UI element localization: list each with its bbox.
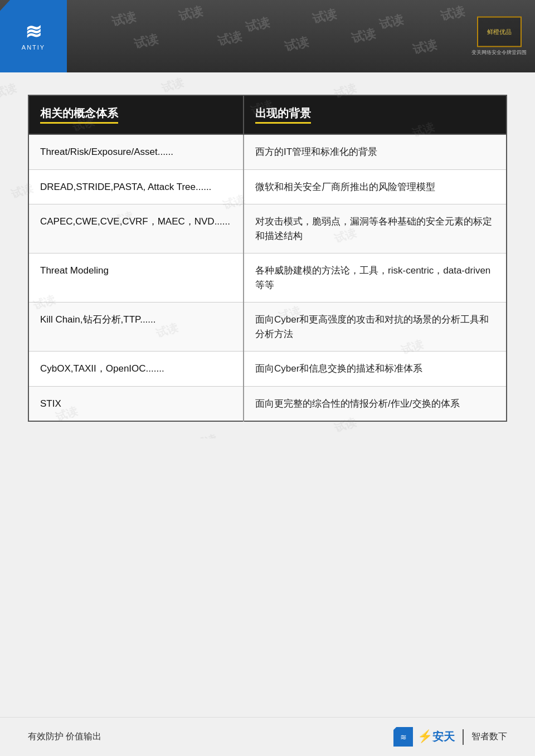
mw-3: 试读 [160, 75, 186, 96]
watermark-8: 试读 [216, 28, 244, 50]
watermark-6: 试读 [439, 3, 466, 25]
watermark-4: 试读 [310, 6, 338, 28]
brand-logo-box: 鲜橙优品 [477, 17, 522, 47]
header-brand: 鲜橙优品 变关网络安全令牌堂四围 [471, 17, 527, 56]
col1-header-text: 相关的概念体系 [40, 106, 118, 124]
watermark-2: 试读 [177, 3, 205, 25]
table-cell-col2: 对攻击模式，脆弱点，漏洞等各种基础的安全元素的标定和描述结构 [244, 204, 507, 253]
logo-area: ≋ ANTIY [0, 0, 67, 72]
table-row: Threat/Risk/Exposure/Asset......西方的IT管理和… [28, 134, 507, 169]
brand-logo-inner: 鲜橙优品 [487, 28, 512, 36]
watermark-10: 试读 [349, 25, 377, 47]
table-cell-col2: 微软和相关安全厂商所推出的风险管理模型 [244, 169, 507, 204]
col1-header: 相关的概念体系 [28, 95, 244, 134]
table-row: Kill Chain,钻石分析,TTP......面向Cyber和更高强度的攻击… [28, 303, 507, 352]
table-cell-col1: CybOX,TAXII，OpenIOC....... [28, 352, 244, 387]
watermark-7: 试读 [132, 31, 160, 53]
mw-16: 试读 [193, 431, 220, 438]
footer-logo: ≋ [393, 727, 413, 747]
table-cell-col1: Kill Chain,钻石分析,TTP...... [28, 303, 244, 352]
footer-lightning: ⚡ [417, 729, 432, 743]
brand-subtitle: 变关网络安全令牌堂四围 [471, 49, 527, 56]
watermark-11: 试读 [411, 36, 439, 58]
table-row: DREAD,STRIDE,PASTA, Attack Tree......微软和… [28, 169, 507, 204]
concept-table: 相关的概念体系 出现的背景 Threat/Risk/Exposure/Asset… [28, 95, 507, 422]
table-cell-col1: Threat/Risk/Exposure/Asset...... [28, 134, 244, 169]
table-body: Threat/Risk/Exposure/Asset......西方的IT管理和… [28, 134, 507, 421]
table-cell-col2: 面向更完整的综合性的情报分析/作业/交换的体系 [244, 386, 507, 421]
table-row: STIX面向更完整的综合性的情报分析/作业/交换的体系 [28, 386, 507, 421]
table-cell-col2: 面向Cyber和信息交换的描述和标准体系 [244, 352, 507, 387]
footer-brand-text: ⚡安天 [417, 729, 455, 744]
table-row: CybOX,TAXII，OpenIOC.......面向Cyber和信息交换的描… [28, 352, 507, 387]
watermark-9: 试读 [283, 33, 310, 56]
watermark-3: 试读 [244, 14, 271, 36]
watermark-1: 试读 [110, 8, 138, 31]
table-cell-col2: 西方的IT管理和标准化的背景 [244, 134, 507, 169]
table-cell-col1: DREAD,STRIDE,PASTA, Attack Tree...... [28, 169, 244, 204]
logo-text: ANTIY [22, 44, 45, 51]
col2-header-text: 出现的背景 [255, 106, 311, 124]
footer-logo-symbol: ≋ [400, 733, 407, 742]
logo-icon: ≋ [25, 22, 42, 42]
table-header-row: 相关的概念体系 出现的背景 [28, 95, 507, 134]
footer-right: ≋ ⚡安天 智者数下 [393, 727, 507, 747]
mw-1: 试读 [0, 80, 18, 102]
table-cell-col2: 各种威胁建模的方法论，工具，risk-centric，data-driven等等 [244, 253, 507, 303]
footer-left-text: 有效防护 价值输出 [28, 731, 101, 743]
col2-header: 出现的背景 [244, 95, 507, 134]
table-cell-col1: Threat Modeling [28, 253, 244, 303]
table-row: Threat Modeling各种威胁建模的方法论，工具，risk-centri… [28, 253, 507, 303]
watermark-5: 试读 [377, 11, 405, 33]
table-row: CAPEC,CWE,CVE,CVRF，MAEC，NVD......对攻击模式，脆… [28, 204, 507, 253]
footer-antiy-brand: 安天 [432, 730, 455, 743]
footer-tagline: 智者数下 [471, 731, 507, 743]
footer-logo-icon: ≋ [393, 727, 413, 747]
header-watermark-area: 试读 试读 试读 试读 试读 试读 试读 试读 试读 试读 试读 [67, 0, 535, 72]
table-cell-col2: 面向Cyber和更高强度的攻击和对抗的场景的分析工具和分析方法 [244, 303, 507, 352]
table-cell-col1: CAPEC,CWE,CVE,CVRF，MAEC，NVD...... [28, 204, 244, 253]
footer: 有效防护 价值输出 ≋ ⚡安天 智者数下 [0, 717, 535, 756]
header: ≋ ANTIY 试读 试读 试读 试读 试读 试读 试读 试读 试读 试读 试读… [0, 0, 535, 72]
table-cell-col1: STIX [28, 386, 244, 421]
main-content: 试读 试读 试读 试读 试读 试读 试读 试读 试读 试读 试读 试读 试读 试… [0, 72, 535, 438]
footer-divider [463, 729, 464, 745]
